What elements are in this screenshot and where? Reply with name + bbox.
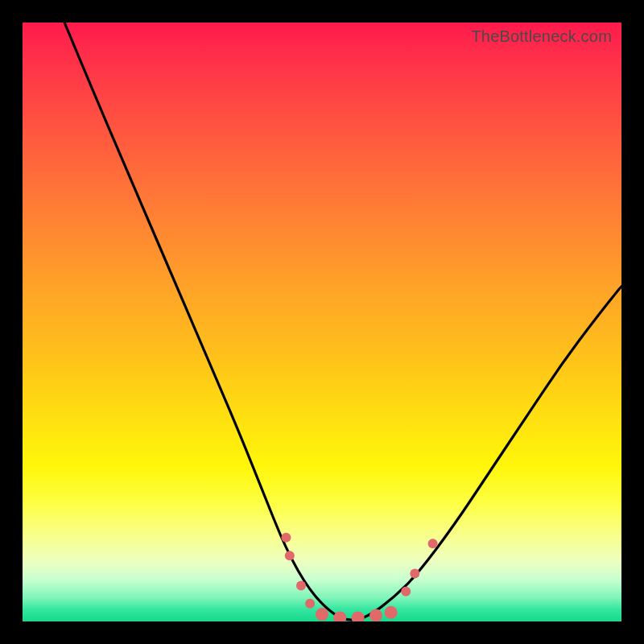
curve-marker (281, 533, 291, 543)
bottleneck-curve (64, 23, 621, 620)
plot-area: TheBottleneck.com (23, 23, 621, 621)
curve-marker (316, 608, 328, 621)
outer-frame: TheBottleneck.com (0, 0, 644, 644)
curve-marker (305, 599, 315, 609)
curve-marker (285, 551, 295, 560)
attribution-label: TheBottleneck.com (471, 27, 612, 46)
curve-marker (428, 539, 438, 548)
curve-marker (352, 612, 365, 622)
curve-marker (296, 580, 306, 590)
curve-layer (23, 23, 621, 621)
curve-marker (401, 587, 411, 597)
marker-group (281, 533, 437, 621)
curve-marker (385, 606, 398, 619)
curve-marker (410, 569, 419, 579)
curve-marker (333, 612, 346, 622)
curve-marker (369, 609, 382, 621)
